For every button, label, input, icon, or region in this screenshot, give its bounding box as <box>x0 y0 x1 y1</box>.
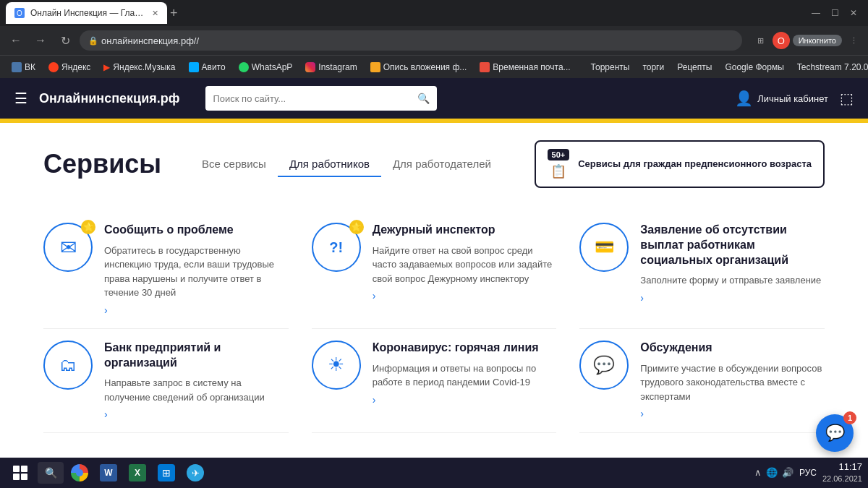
bookmark-techstream[interactable]: Techstream 7.20.04... <box>791 61 868 74</box>
taskbar-search-button[interactable]: 🔍 <box>38 462 64 484</box>
service-content-covid: Коронавирус: горячая линия Информация и … <box>373 341 557 406</box>
bookmark-avito[interactable]: Авито <box>183 61 231 74</box>
active-tab[interactable]: О Онлайн Инспекция — Главная ✕ <box>6 2 167 24</box>
taskbar-app-chrome[interactable] <box>67 460 93 486</box>
bookmark-torrents-label: Торренты <box>591 62 630 72</box>
exit-button[interactable]: ⬚ <box>840 90 854 107</box>
discussions-link[interactable]: › <box>640 408 644 419</box>
incognito-badge: Инкогнито <box>793 35 842 46</box>
taskbar-app-excel[interactable]: X <box>124 460 150 486</box>
bookmark-yandex-music-label: Яндекс.Музыка <box>113 62 175 72</box>
hamburger-menu-button[interactable]: ☰ <box>14 90 27 107</box>
start-button[interactable] <box>6 460 35 486</box>
chat-button[interactable]: 💬 1 <box>816 414 854 452</box>
chevron-up-icon: ∧ <box>754 467 762 478</box>
bookmark-vk-label: ВК <box>25 62 35 72</box>
bookmarks-bar: ВК Яндекс ▶ Яндекс.Музыка Авито WhatsApP… <box>0 55 868 78</box>
bookmark-opis[interactable]: Опись вложения ф... <box>365 61 473 74</box>
pension-icon: 📋 <box>550 163 566 179</box>
arrow-icon-5: › <box>373 394 376 406</box>
service-icon-wrap-absence: 💳 <box>579 223 629 272</box>
chrome-icon <box>71 464 88 481</box>
site-wrapper: ☰ Онлайнинспекция.рф 🔍 👤 Личный кабинет … <box>0 78 868 488</box>
service-icon-wrap-discuss: 💬 <box>579 341 629 390</box>
search-input[interactable] <box>213 93 412 104</box>
bookmark-google-forms[interactable]: Google Формы <box>719 61 789 74</box>
extensions-button[interactable]: ⊞ <box>752 32 770 49</box>
services-tabs: Все сервисы Для работников Для работодат… <box>190 152 503 177</box>
personal-cabinet-button[interactable]: 👤 Личный кабинет <box>735 90 828 107</box>
pension-card[interactable]: 50+ 📋 Сервисы для граждан предпенсионног… <box>535 140 825 188</box>
bookmark-opis-label: Опись вложения ф... <box>383 62 467 72</box>
bank-orgs-link[interactable]: › <box>104 408 108 420</box>
language-label: РУС <box>799 468 817 478</box>
personal-cabinet-label: Личный кабинет <box>757 93 828 104</box>
maximize-button[interactable]: ☐ <box>826 4 843 22</box>
site-logo: Онлайнинспекция.рф <box>39 91 179 106</box>
service-content: Сообщить о проблеме Обратитесь в государ… <box>104 223 289 317</box>
service-bank-orgs: 🗂 Банк предприятий и организаций Направь… <box>43 329 289 434</box>
bookmark-temp-mail-label: Временная почта... <box>493 62 570 72</box>
profile-icon[interactable]: О <box>773 32 790 49</box>
bookmark-yandex-music[interactable]: ▶ Яндекс.Музыка <box>98 61 181 74</box>
header-right: 👤 Личный кабинет ⬚ <box>735 90 854 107</box>
new-tab-button[interactable]: + <box>170 6 178 21</box>
tab-for-workers[interactable]: Для работников <box>278 152 381 177</box>
services-grid: ✉ ⭐ Сообщить о проблеме Обратитесь в гос… <box>43 211 825 433</box>
back-button[interactable]: ← <box>6 30 26 51</box>
duty-inspector-link[interactable]: › <box>373 290 376 301</box>
tab-all-services[interactable]: Все сервисы <box>190 152 278 177</box>
reload-button[interactable]: ↻ <box>55 30 75 51</box>
bank-orgs-icon: 🗂 <box>43 341 93 390</box>
address-text: онлайнинспекция.рф// <box>101 35 199 46</box>
volume-icon: 🔊 <box>782 467 793 478</box>
tab-close-button[interactable]: ✕ <box>152 9 158 18</box>
bookmark-whatsapp-label: WhatsApP <box>252 62 293 72</box>
bookmark-temp-mail[interactable]: Временная почта... <box>474 61 576 74</box>
search-icon[interactable]: 🔍 <box>417 93 430 104</box>
bookmark-whatsapp[interactable]: WhatsApP <box>233 61 299 74</box>
close-button[interactable]: ✕ <box>845 4 862 22</box>
temp-mail-icon <box>480 62 490 72</box>
coronavirus-link[interactable]: › <box>373 394 376 406</box>
absence-payments-title: Заявление об отсутствии выплат работника… <box>640 223 825 267</box>
excel-icon: X <box>129 464 146 481</box>
absence-payments-desc: Заполните форму и отправьте заявление <box>640 273 825 288</box>
bookmark-torrents[interactable]: Торренты <box>585 61 636 74</box>
pension-badge: 50+ <box>548 149 570 160</box>
arrow-icon-3: › <box>640 292 644 304</box>
user-icon: 👤 <box>735 90 753 107</box>
bookmark-recipes[interactable]: Рецепты <box>671 61 718 74</box>
forward-button[interactable]: → <box>30 30 51 51</box>
site-search[interactable]: 🔍 <box>205 86 437 111</box>
tab-for-employers[interactable]: Для работодателей <box>381 152 503 177</box>
bookmark-yandex-label: Яндекс <box>61 62 90 72</box>
network-icon: 🌐 <box>766 467 778 478</box>
tab-bar: О Онлайн Инспекция — Главная ✕ + — ☐ ✕ <box>6 0 862 26</box>
minimize-button[interactable]: — <box>807 4 825 22</box>
address-bar-row: ← → ↻ 🔒 онлайнинспекция.рф// ⊞ О Инкогни… <box>0 26 868 55</box>
address-field[interactable]: 🔒 онлайнинспекция.рф// <box>80 30 742 51</box>
bookmark-torgi[interactable]: торги <box>637 61 670 74</box>
bookmark-torgi-label: торги <box>642 62 664 72</box>
taskbar-app-word[interactable]: W <box>95 460 122 486</box>
absence-payments-link[interactable]: › <box>640 292 644 304</box>
taskbar-app-telegram[interactable]: ✈ <box>182 460 208 486</box>
services-header: Сервисы Все сервисы Для работников Для р… <box>43 140 825 188</box>
opis-icon <box>370 62 380 72</box>
bookmark-instagram[interactable]: Instagram <box>299 61 362 74</box>
more-options-button[interactable]: ⋮ <box>845 32 862 49</box>
duty-inspector-desc: Найдите ответ на свой вопрос среди часто… <box>373 244 557 286</box>
site-header: ☰ Онлайнинспекция.рф 🔍 👤 Личный кабинет … <box>0 78 868 119</box>
taskbar-clock: 11:17 22.06.2021 <box>822 461 862 485</box>
report-problem-link[interactable]: › <box>104 304 108 316</box>
service-content-bank: Банк предприятий и организаций Направьте… <box>104 341 289 421</box>
bookmark-yandex[interactable]: Яндекс <box>43 61 96 74</box>
whatsapp-icon <box>239 62 249 72</box>
service-icon-wrap-covid: ☀ <box>312 341 361 390</box>
bookmark-vk[interactable]: ВК <box>6 61 41 74</box>
tab-favicon: О <box>14 8 25 18</box>
taskbar-app-store[interactable]: ⊞ <box>153 460 179 486</box>
report-problem-badge: ⭐ <box>81 220 95 234</box>
report-problem-title: Сообщить о проблеме <box>104 223 289 238</box>
